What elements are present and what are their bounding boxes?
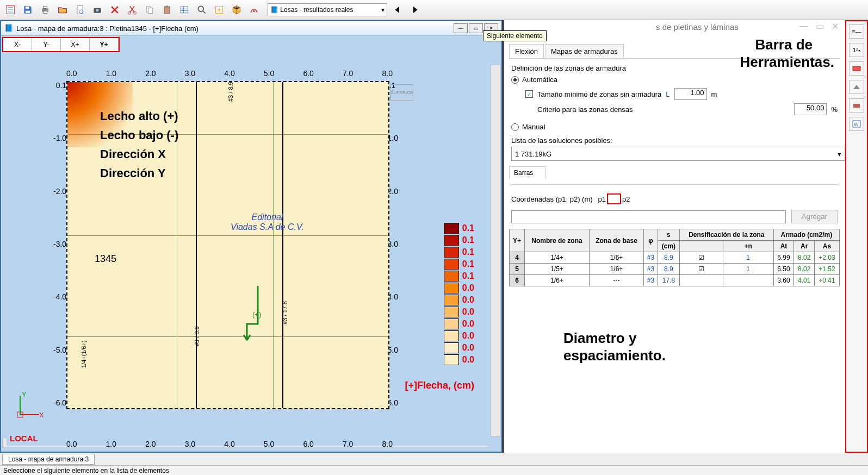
bar-label-4: 1/4+(1/6+) — [80, 340, 87, 368]
tool-note-icon[interactable]: W — [849, 117, 864, 131]
results-table: Y+ Nombre de zona Zona de base φ s Densi… — [509, 229, 840, 286]
tab-y-plus[interactable]: Y+ — [90, 38, 119, 51]
th-corner: Y+ — [510, 229, 525, 252]
dlg-maximize-icon[interactable]: ▭ — [816, 21, 824, 32]
properties-icon[interactable] — [3, 3, 17, 17]
slab-plot[interactable]: Lecho alto (+) Lecho bajo (-) Dirección … — [66, 81, 389, 409]
tab-y-minus[interactable]: Y- — [32, 38, 61, 51]
superior-badge: SUPERIOR — [390, 84, 413, 101]
input-criterio[interactable]: 50.00 — [794, 103, 827, 115]
svg-rect-14 — [164, 7, 170, 14]
th-phi: φ — [643, 229, 658, 252]
tool-collapse-icon[interactable]: ≡— — [849, 24, 864, 39]
tab-mapas[interactable]: Mapas de armaduras — [545, 44, 624, 58]
view-combo[interactable]: 📘 Losas - resultados reales▾ — [268, 3, 387, 16]
tab-x-minus[interactable]: X- — [3, 38, 32, 51]
watermark: EditorialViadas S.A de C.V. — [231, 212, 304, 232]
coord-input[interactable] — [511, 210, 786, 223]
bar-label-2: #3 / 17.8 — [282, 301, 288, 324]
window-title: Losa - mapa de armadura:3 : Pletina1345 … — [16, 24, 199, 33]
right-panel: s de pletinas y láminas — ▭ ✕ Barra de H… — [503, 20, 868, 453]
color-legend: 0.1 0.1 0.1 0.1 0.1 0.0 0.0 0.0 0.0 0.0 … — [444, 222, 474, 366]
status-bar: Seleccione el siguiente elemento en la l… — [0, 465, 868, 475]
tool-section-icon[interactable] — [849, 61, 864, 76]
table-row: 5 1/5+ 1/6+ #3 8.9 ☑ 1 6.50 8.02 +1.52 — [510, 264, 840, 275]
svg-rect-4 — [44, 6, 47, 8]
svg-rect-13 — [148, 8, 153, 14]
subtab-barras[interactable]: Barras — [509, 166, 546, 179]
annot-lecho-alto: Lecho alto (+) — [100, 109, 178, 123]
check-tamano[interactable]: ✓ — [525, 90, 533, 98]
tab-x-plus[interactable]: X+ — [61, 38, 90, 51]
annot-dir-x: Dirección X — [100, 147, 166, 161]
tool-3d-icon[interactable] — [849, 80, 864, 94]
th-dens: Densificación de la zona — [679, 229, 773, 241]
side-toolbar: ≡— 1²₃ W — [845, 20, 868, 453]
legend-title: [+]Flecha, (cm) — [405, 380, 474, 391]
svg-point-11 — [134, 11, 137, 14]
radio-automatica[interactable]: Automática — [511, 76, 838, 84]
chk-sym: L — [666, 90, 669, 98]
table-icon[interactable] — [177, 3, 191, 17]
cube-icon[interactable] — [230, 3, 244, 17]
copy-icon[interactable] — [142, 3, 157, 17]
tool-print-icon[interactable] — [849, 98, 864, 112]
th-ar: Ar — [794, 241, 815, 252]
window-icon: 📘 — [4, 24, 13, 33]
th-s: s — [658, 229, 679, 241]
paste-icon[interactable] — [160, 3, 174, 17]
annot-espaciamiento: espaciamiento. — [563, 347, 666, 364]
th-s-unit: (cm) — [658, 241, 679, 252]
svg-rect-5 — [44, 11, 47, 14]
add-button[interactable]: Agregar — [791, 210, 838, 223]
next-element-icon[interactable] — [408, 3, 422, 17]
svg-text:X: X — [39, 411, 44, 419]
tool-numbering-icon[interactable]: 1²₃ — [849, 43, 864, 57]
minimize-button[interactable]: — — [454, 23, 468, 33]
save-icon[interactable] — [21, 3, 35, 17]
unit-m: m — [711, 90, 717, 98]
coord-label: Coordenadas (p1; p2) (m) — [511, 195, 593, 203]
page-icon[interactable] — [73, 3, 87, 17]
svg-rect-15 — [166, 6, 169, 8]
settings-icon[interactable] — [247, 3, 261, 17]
unit-pct: % — [831, 105, 838, 114]
radio-manual[interactable]: Manual — [511, 123, 838, 131]
axis-x-top: 0.01.02.03.04.05.06.07.08.0 — [66, 69, 393, 78]
svg-rect-1 — [26, 7, 29, 9]
th-as: As — [815, 241, 840, 252]
input-min-size[interactable]: 1.00 — [674, 88, 707, 100]
tab-flexion[interactable]: Flexión — [509, 44, 544, 58]
cut-icon[interactable] — [125, 3, 139, 17]
annot-barra: Barra de — [755, 36, 813, 53]
svg-rect-2 — [26, 11, 30, 13]
zoom-icon[interactable] — [195, 3, 209, 17]
th-dens-n: +n — [723, 241, 773, 252]
prev-element-icon[interactable] — [390, 3, 405, 17]
svg-rect-23 — [853, 66, 860, 71]
solutions-select[interactable]: 1 731.19kG▾ — [511, 147, 845, 161]
local-label: LOCAL — [10, 434, 38, 443]
th-zona: Zona de base — [590, 229, 644, 252]
camera-icon[interactable] — [90, 3, 104, 17]
dlg-minimize-icon[interactable]: — — [799, 21, 808, 32]
vertical-scrollbar[interactable] — [491, 65, 500, 436]
th-arm: Armado (cm2/m) — [773, 229, 839, 241]
annot-lecho-bajo: Lecho bajo (-) — [100, 128, 178, 142]
delete-icon[interactable] — [108, 3, 122, 17]
print-icon[interactable] — [38, 3, 52, 17]
plot-canvas[interactable]: 0.01.02.03.04.05.06.07.08.0 0.01.02.03.0… — [7, 65, 491, 446]
open-icon[interactable] — [55, 3, 70, 17]
table-row: 6 1/6+ --- #3 17.8 3.60 4.01 +0.41 — [510, 275, 840, 286]
doc-tab[interactable]: Losa - mapa de armadura:3 — [2, 454, 95, 465]
p1p2-indicator: p1p2 — [598, 193, 630, 204]
svg-rect-16 — [181, 7, 188, 13]
zoom-extents-icon[interactable] — [212, 3, 226, 17]
axis-x-bottom: 0.01.02.03.04.05.06.07.08.0 — [66, 440, 393, 448]
maximize-button[interactable]: ▭ — [469, 23, 483, 33]
svg-point-19 — [253, 10, 255, 12]
svg-point-9 — [96, 9, 99, 11]
svg-text:W: W — [854, 122, 859, 127]
dlg-close-icon[interactable]: ✕ — [832, 21, 839, 32]
annot-dir-y: Dirección Y — [100, 166, 166, 180]
